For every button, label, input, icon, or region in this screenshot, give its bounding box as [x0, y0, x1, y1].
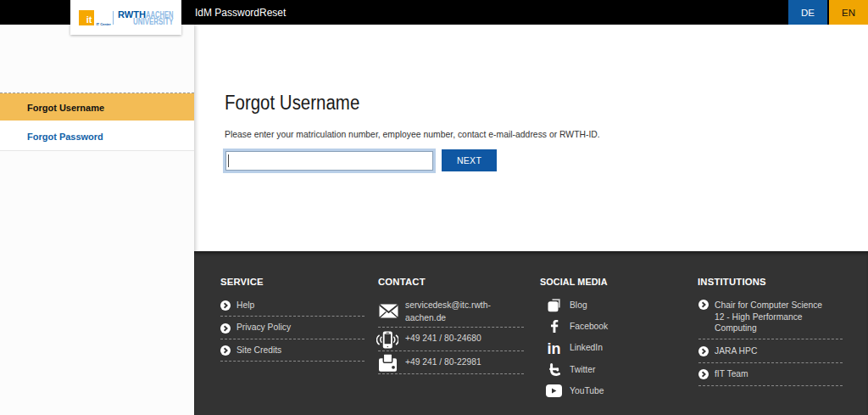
- svg-text:UNIVERSITY: UNIVERSITY: [133, 16, 174, 26]
